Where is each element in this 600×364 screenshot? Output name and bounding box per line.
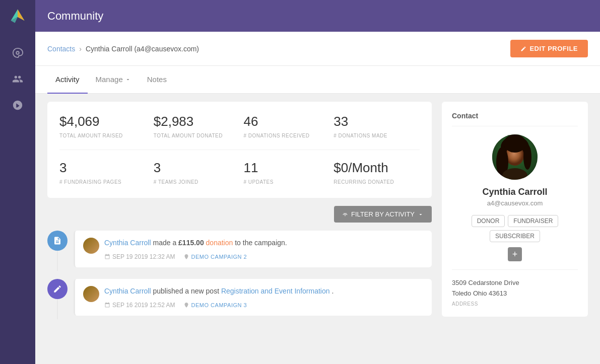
- edit-profile-button[interactable]: EDIT PROFILE: [510, 40, 588, 57]
- stat-total-raised: $4,069 TOTAL AMOUNT RAISED: [59, 114, 150, 139]
- content-area: Contacts › Cynthia Carroll (a4@causevox.…: [35, 32, 600, 364]
- contact-name: Cynthia Carroll: [452, 187, 578, 197]
- activity-icon-post: [47, 279, 68, 299]
- activity-text: Cynthia Carroll published a new post Reg…: [104, 286, 334, 297]
- svg-marker-1: [18, 9, 25, 21]
- rocket-icon: [12, 100, 23, 111]
- main-area: Community Contacts › Cynthia Carroll (a4…: [35, 0, 600, 364]
- contact-card-title: Contact: [452, 112, 578, 126]
- breadcrumb-separator: ›: [79, 45, 82, 53]
- tab-activity[interactable]: Activity: [47, 66, 88, 94]
- sidebar-logo: [0, 0, 35, 32]
- campaign-link[interactable]: DEMO CAMPAIGN 3: [191, 302, 247, 308]
- tab-manage[interactable]: Manage: [88, 66, 139, 94]
- tag-donor[interactable]: DONOR: [472, 215, 505, 227]
- location-icon: [183, 254, 189, 260]
- document-icon: [53, 236, 62, 245]
- breadcrumb-current: Cynthia Carroll (a4@causevox.com): [86, 45, 199, 53]
- sidebar-item-campaigns[interactable]: [7, 94, 29, 116]
- activity-text-block: Cynthia Carroll published a new post Reg…: [104, 286, 334, 309]
- filter-icon: [342, 211, 348, 217]
- activity-text: Cynthia Carroll made a £115.00 donation …: [104, 238, 287, 248]
- svg-point-8: [523, 144, 531, 170]
- tabs-wrapper: Activity Manage Notes: [35, 66, 600, 94]
- activity-meta: SEP 19 2019 12:32 AM DEMO CAMPAIGN 2: [104, 253, 287, 260]
- add-tag-button[interactable]: +: [508, 247, 522, 261]
- activity-content-row: Cynthia Carroll made a £115.00 donation …: [83, 238, 424, 260]
- activity-date: SEP 19 2019 12:32 AM: [104, 253, 175, 260]
- stat-teams-joined: 3 # TEAMS JOINED: [150, 160, 240, 186]
- activity-date: SEP 16 2019 12:52 AM: [104, 302, 175, 309]
- left-column: $4,069 TOTAL AMOUNT RAISED $2,983 TOTAL …: [47, 102, 432, 327]
- contact-card: Contact: [442, 102, 588, 317]
- breadcrumb-parent-link[interactable]: Contacts: [47, 45, 75, 53]
- activity-campaign: DEMO CAMPAIGN 3: [183, 302, 247, 308]
- filter-bar: FILTER BY ACTIVITY: [47, 206, 432, 223]
- actor-link[interactable]: Cynthia Carroll: [104, 287, 151, 295]
- activity-icon-donation: [47, 231, 68, 251]
- contact-divider: [452, 269, 578, 270]
- contact-address-label: ADDRESS: [452, 301, 578, 307]
- campaign-link[interactable]: DEMO CAMPAIGN 2: [191, 254, 247, 260]
- calendar-icon: [104, 254, 110, 260]
- contact-avatar: [492, 134, 538, 180]
- calendar-icon: [104, 302, 110, 308]
- stat-updates: 11 # UPDATES: [240, 160, 330, 186]
- svg-point-3: [16, 51, 19, 54]
- svg-point-10: [504, 134, 526, 153]
- location-icon: [183, 302, 189, 308]
- contact-tags: DONOR FUNDRAISER SUBSCRIBER: [452, 215, 578, 242]
- activity-meta: SEP 16 2019 12:52 AM DEMO CAMPAIGN 3: [104, 302, 334, 309]
- activity-item: Cynthia Carroll published a new post Reg…: [47, 279, 432, 319]
- avatar: [83, 238, 99, 254]
- avatar-image: [492, 134, 538, 180]
- right-column: Contact: [442, 102, 588, 327]
- filter-by-activity-button[interactable]: FILTER BY ACTIVITY: [334, 206, 432, 223]
- activity-card-donation: Cynthia Carroll made a £115.00 donation …: [74, 231, 432, 267]
- breadcrumb: Contacts › Cynthia Carroll (a4@causevox.…: [47, 45, 199, 53]
- post-link[interactable]: Registration and Event Information: [221, 287, 330, 295]
- profile-content: $4,069 TOTAL AMOUNT RAISED $2,983 TOTAL …: [35, 102, 600, 339]
- stat-donations-made: 33 # DONATIONS MADE: [329, 114, 420, 139]
- breadcrumb-bar: Contacts › Cynthia Carroll (a4@causevox.…: [35, 32, 600, 66]
- people-icon: [12, 74, 23, 85]
- actor-link[interactable]: Cynthia Carroll: [104, 239, 151, 247]
- dropdown-arrow-icon: [418, 211, 424, 217]
- sidebar-item-dashboard[interactable]: [7, 42, 29, 64]
- stat-total-donated: $2,983 TOTAL AMOUNT DONATED: [150, 114, 240, 139]
- sidebar: [0, 0, 35, 364]
- activity-content-row: Cynthia Carroll published a new post Reg…: [83, 286, 424, 309]
- sidebar-nav: [0, 32, 35, 116]
- logo-icon: [9, 7, 27, 25]
- donation-link[interactable]: donation: [206, 239, 233, 247]
- activity-campaign: DEMO CAMPAIGN 2: [183, 254, 247, 260]
- stat-recurring: $0/Month RECURRING DONATED: [329, 160, 420, 186]
- stats-row-1: $4,069 TOTAL AMOUNT RAISED $2,983 TOTAL …: [59, 114, 420, 139]
- palette-icon: [12, 47, 23, 58]
- stat-donations-received: 46 # DONATIONS RECEIVED: [240, 114, 330, 139]
- contact-email: a4@causevox.com: [452, 199, 578, 207]
- contact-address: 3509 Cedarstone Drive Toledo Ohio 43613: [452, 278, 578, 299]
- activity-item: Cynthia Carroll made a £115.00 donation …: [47, 231, 432, 271]
- activity-feed: Cynthia Carroll made a £115.00 donation …: [47, 231, 432, 327]
- pencil-icon: [520, 46, 526, 52]
- chevron-down-icon: [125, 77, 131, 83]
- contact-avatar-wrap: [452, 134, 578, 180]
- edit-icon: [53, 284, 62, 294]
- stats-card: $4,069 TOTAL AMOUNT RAISED $2,983 TOTAL …: [47, 102, 432, 198]
- app-title: Community: [47, 10, 103, 23]
- tag-fundraiser[interactable]: FUNDRAISER: [508, 215, 558, 227]
- tabs-nav: Activity Manage Notes: [35, 66, 600, 94]
- tab-notes[interactable]: Notes: [139, 66, 175, 94]
- stats-row-2: 3 # FUNDRAISING PAGES 3 # TEAMS JOINED 1…: [59, 150, 420, 186]
- top-header: Community: [35, 0, 600, 32]
- stat-fundraising-pages: 3 # FUNDRAISING PAGES: [59, 160, 150, 186]
- tag-subscriber[interactable]: SUBSCRIBER: [490, 230, 540, 242]
- activity-card-post: Cynthia Carroll published a new post Reg…: [74, 279, 432, 316]
- avatar: [83, 286, 99, 302]
- sidebar-item-community[interactable]: [7, 68, 29, 90]
- activity-text-block: Cynthia Carroll made a £115.00 donation …: [104, 238, 287, 260]
